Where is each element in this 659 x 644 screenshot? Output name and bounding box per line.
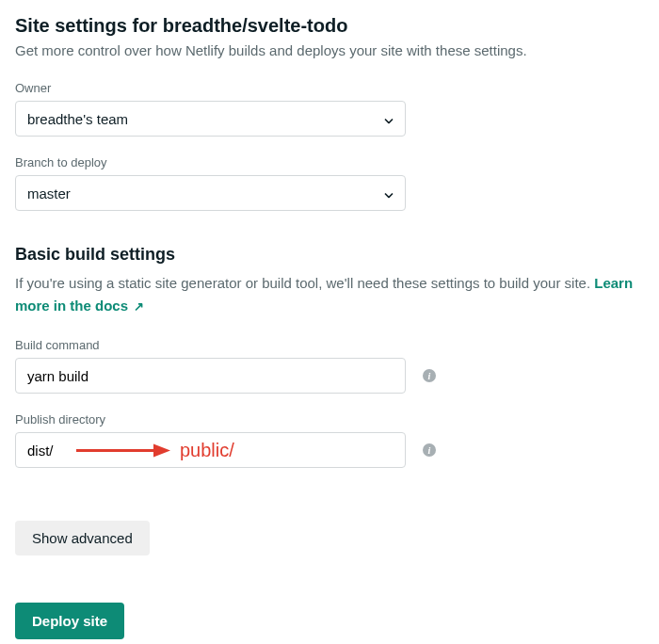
owner-select-value: breadthe's team — [27, 111, 128, 127]
show-advanced-button[interactable]: Show advanced — [15, 521, 150, 555]
info-icon[interactable]: i — [423, 369, 436, 382]
owner-field-group: Owner breadthe's team — [15, 81, 644, 137]
build-command-label: Build command — [15, 338, 644, 352]
branch-select-value: master — [27, 185, 71, 201]
info-icon[interactable]: i — [423, 443, 436, 457]
build-command-input[interactable] — [15, 358, 406, 394]
page-subtitle: Get more control over how Netlify builds… — [15, 42, 644, 58]
branch-field-group: Branch to deploy master — [15, 155, 644, 211]
chevron-down-icon — [384, 111, 394, 127]
owner-select[interactable]: breadthe's team — [15, 101, 406, 137]
publish-directory-input[interactable] — [15, 432, 406, 468]
chevron-down-icon — [384, 185, 394, 201]
build-settings-heading: Basic build settings — [15, 245, 644, 265]
build-settings-description: If you're using a static site generator … — [15, 272, 644, 317]
build-command-field-group: Build command i — [15, 338, 644, 394]
publish-directory-field-group: Publish directory i public/ — [15, 412, 644, 468]
deploy-site-button[interactable]: Deploy site — [15, 603, 124, 639]
owner-label: Owner — [15, 81, 644, 95]
external-link-icon: ↗ — [134, 299, 144, 314]
page-title: Site settings for breadthe/svelte-todo — [15, 15, 644, 37]
branch-select[interactable]: master — [15, 175, 406, 211]
branch-label: Branch to deploy — [15, 155, 644, 169]
publish-directory-label: Publish directory — [15, 412, 644, 427]
